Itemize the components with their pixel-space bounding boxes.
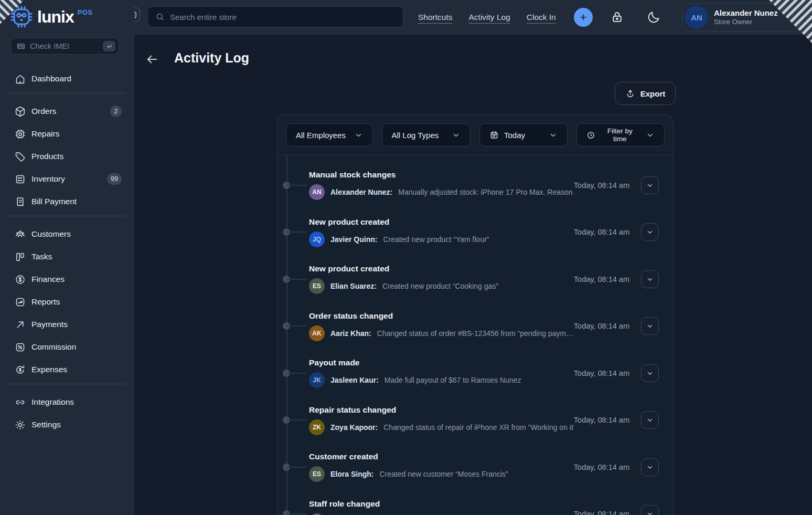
- avatar: JK: [309, 372, 325, 388]
- sidebar-item-reports[interactable]: Reports: [0, 292, 130, 311]
- log-entry-title: Payout made: [309, 358, 574, 367]
- log-entry-actor: Aariz Khan:: [330, 329, 371, 338]
- sidebar-item-commission[interactable]: Commission: [0, 338, 130, 356]
- sidebar-item-inventory[interactable]: Inventory 99: [0, 170, 130, 188]
- clock-icon: [586, 131, 595, 140]
- home-icon: [15, 73, 26, 85]
- filter-row: All Employees All Log Types Today Filter…: [277, 115, 673, 155]
- tag-icon: [15, 151, 26, 162]
- log-entry-title: New product created: [309, 217, 574, 227]
- sidebar-item-label: Inventory: [31, 174, 65, 184]
- log-entry: Order status changed AK Aariz Khan: Chan…: [277, 303, 673, 350]
- expand-entry-button[interactable]: [641, 505, 659, 515]
- expand-entry-button[interactable]: [641, 317, 659, 335]
- sidebar-item-integrations[interactable]: Integrations: [0, 393, 130, 412]
- sidebar-item-products[interactable]: Products: [0, 147, 130, 166]
- gear-icon: [15, 419, 26, 430]
- filter-time[interactable]: Filter by time: [576, 123, 665, 146]
- activity-timeline: Manual stock changes AN Alexander Nunez:…: [277, 155, 673, 515]
- sidebar-item-label: Customers: [31, 229, 71, 239]
- filter-employees[interactable]: All Employees: [286, 123, 373, 146]
- log-entry-text: Changed status of repair of iPhone XR fr…: [383, 423, 574, 432]
- sidebar-item-tasks[interactable]: Tasks: [0, 247, 130, 266]
- dollar-circle-icon: [15, 274, 26, 285]
- sidebar-item-label: Integrations: [31, 397, 74, 407]
- expand-entry-button[interactable]: [641, 176, 659, 194]
- timeline-connector: [287, 325, 307, 327]
- sidebar-item-settings[interactable]: Settings: [0, 415, 130, 434]
- expand-entry-button[interactable]: [641, 270, 659, 288]
- sidebar-item-label: Expenses: [31, 365, 67, 374]
- log-entry-title: Staff role changed: [309, 499, 574, 509]
- filter-label: All Employees: [296, 131, 346, 140]
- log-entry-title: Repair status changed: [309, 405, 574, 415]
- sidebar-item-label: Reports: [31, 297, 60, 307]
- log-entry: New product created JQ Javier Quinn: Cre…: [277, 209, 673, 256]
- log-entry-actor: Elora Singh:: [330, 470, 373, 478]
- percent-icon: [15, 342, 26, 353]
- filter-label: Today: [504, 131, 525, 140]
- log-entry-title: Customer created: [309, 452, 574, 461]
- link-shortcuts[interactable]: Shortcuts: [418, 13, 452, 22]
- filter-label: All Log Types: [392, 131, 439, 140]
- link-clock-in[interactable]: Clock In: [527, 13, 556, 22]
- filter-log-types[interactable]: All Log Types: [382, 123, 471, 146]
- filter-date[interactable]: Today: [479, 123, 568, 146]
- avatar: ZK: [309, 419, 325, 435]
- timeline-connector: [287, 232, 307, 233]
- expand-entry-button[interactable]: [641, 458, 659, 476]
- sidebar: lunix POS Dashboard Orders 2 Repairs Pro…: [0, 0, 134, 515]
- link-activity-log[interactable]: Activity Log: [468, 13, 510, 22]
- log-entry-title: Order status changed: [309, 311, 574, 321]
- expand-entry-button[interactable]: [641, 411, 659, 429]
- upload-icon: [625, 89, 635, 99]
- log-entry-actor: Alexander Nunez:: [330, 188, 392, 196]
- user-avatar: AN: [685, 6, 708, 29]
- global-search[interactable]: [147, 6, 403, 27]
- log-entry-time: Today, 08:14 am: [574, 416, 629, 424]
- log-entry: Manual stock changes AN Alexander Nunez:…: [277, 162, 673, 209]
- back-button[interactable]: [145, 52, 160, 67]
- check-imei-input[interactable]: [30, 42, 99, 50]
- sidebar-item-payments[interactable]: Payments: [0, 315, 130, 334]
- log-entry-title: New product created: [309, 264, 574, 274]
- timeline-connector: [287, 513, 307, 514]
- sidebar-item-label: Bill Payment: [31, 197, 77, 206]
- log-entry: New product created ES Elian Suarez: Cre…: [277, 256, 673, 303]
- timeline-connector: [287, 279, 307, 280]
- sidebar-item-label: Commission: [31, 342, 76, 352]
- lock-screen-button[interactable]: [610, 10, 624, 24]
- sidebar-item-repairs[interactable]: Repairs: [0, 124, 130, 143]
- log-entry-time: Today, 08:14 am: [574, 322, 629, 330]
- log-entry-text: Created new product “Yam flour”: [383, 235, 489, 244]
- export-label: Export: [640, 89, 666, 98]
- avatar: ES: [309, 466, 325, 482]
- imei-submit-button[interactable]: [103, 41, 115, 51]
- sidebar-divider: [8, 216, 126, 216]
- imei-barcode-icon: [16, 41, 26, 51]
- export-button[interactable]: Export: [615, 82, 676, 105]
- expand-entry-button[interactable]: [641, 364, 659, 382]
- quick-add-button[interactable]: [574, 8, 593, 27]
- search-input[interactable]: [170, 13, 396, 22]
- dark-mode-toggle[interactable]: [647, 10, 661, 24]
- brand-suffix: POS: [78, 8, 93, 16]
- sidebar-item-expenses[interactable]: Expenses: [0, 360, 130, 379]
- chevron-down-icon: [452, 131, 461, 140]
- sidebar-item-bill-payment[interactable]: Bill Payment: [0, 192, 130, 211]
- log-entry-time: Today, 08:14 am: [574, 228, 629, 236]
- sidebar-item-label: Payments: [31, 320, 68, 329]
- log-entry-title: Manual stock changes: [309, 170, 574, 180]
- expand-entry-button[interactable]: [641, 223, 659, 241]
- sidebar-item-dashboard[interactable]: Dashboard: [0, 69, 130, 88]
- avatar: JQ: [309, 232, 325, 247]
- topbar-links: Shortcuts Activity Log Clock In: [418, 0, 556, 35]
- sidebar-item-finances[interactable]: Finances: [0, 270, 130, 289]
- log-entry: Staff role changed Today, 08:14 am: [277, 491, 673, 515]
- log-entry-actor: Elian Suarez:: [330, 282, 377, 290]
- check-imei-field[interactable]: [10, 38, 119, 55]
- sidebar-item-customers[interactable]: Customers: [0, 225, 130, 244]
- sidebar-item-label: Products: [31, 152, 63, 161]
- sidebar-item-orders[interactable]: Orders 2: [0, 102, 130, 121]
- chevron-down-icon: [549, 131, 558, 140]
